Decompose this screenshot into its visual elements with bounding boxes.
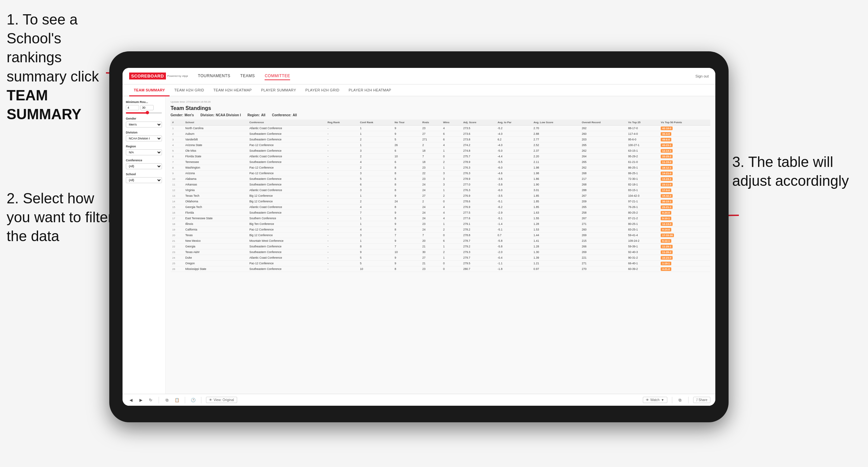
table-row: 17East Tennessee StateSouthern Conferenc… bbox=[170, 216, 710, 221]
filter-division-label: Division bbox=[126, 131, 162, 134]
table-title: Team Standings bbox=[170, 105, 710, 111]
table-row: 23Texas A&MSoutheastern Conference-91030… bbox=[170, 249, 710, 255]
logo: SCOREBOARD bbox=[129, 72, 166, 80]
nav-tournaments[interactable]: TOURNAMENTS bbox=[198, 72, 230, 80]
col-reg-rank: Reg Rank bbox=[326, 120, 358, 126]
subnav-player-h2h-heatmap[interactable]: PLAYER H2H HEATMAP bbox=[344, 85, 396, 96]
col-conference: Conference bbox=[248, 120, 326, 126]
table-row: 15Georgia TechAtlantic Coast Conference-… bbox=[170, 204, 710, 210]
share-button[interactable]: ⤴ Share bbox=[693, 397, 710, 403]
clock-icon[interactable]: 🕐 bbox=[190, 397, 196, 403]
filter-gender-label: Gender bbox=[126, 117, 162, 120]
reload-icon[interactable]: ↻ bbox=[147, 397, 154, 403]
col-overall-rec: Overall Record bbox=[580, 120, 627, 126]
filter-division-chip: Division: NCAA Division I bbox=[200, 113, 241, 117]
table-row: 7TennesseeSoutheastern Conference-461822… bbox=[170, 159, 710, 165]
view-icon: 👁 bbox=[209, 398, 212, 402]
filter-division-select[interactable]: NCAA Division I NCAA Division II NCAA Di… bbox=[126, 135, 162, 142]
forward-icon[interactable]: ▶ bbox=[137, 397, 144, 403]
table-row: 5Ole MissSoutheastern Conference-3618127… bbox=[170, 148, 710, 154]
filter-gender-select[interactable]: Men's Women's bbox=[126, 122, 162, 127]
nav-teams[interactable]: TEAMS bbox=[241, 72, 255, 80]
table-row: 10AlabamaSoutheastern Conference-5623327… bbox=[170, 176, 710, 182]
table-row: 3VanderbiltSoutheastern Conference-25271… bbox=[170, 137, 710, 143]
table-row: 18IllinoisBig Ten Conference-19231279.1-… bbox=[170, 221, 710, 227]
table-row: 20TexasBig 12 Conference-3770278.80.71.4… bbox=[170, 232, 710, 238]
table-row: 26Mississippi StateSoutheastern Conferen… bbox=[170, 266, 710, 272]
table-row: 11ArkansasSoutheastern Conference-682432… bbox=[170, 182, 710, 187]
instruction-step2: 2. Select how you want to filter the dat… bbox=[7, 189, 116, 246]
table-row: 9ArizonaPac-12 Conference-38223276.3-4.6… bbox=[170, 170, 710, 176]
filter-row-top: Gender: Men's Division: NCAA Division I … bbox=[170, 113, 710, 117]
table-row: 2AuburnSoutheastern Conference-19276273.… bbox=[170, 131, 710, 137]
table-row: 8WashingtonPac-12 Conference-28231276.3-… bbox=[170, 165, 710, 170]
filter-school-label: School bbox=[126, 173, 162, 176]
filter-max-input[interactable] bbox=[141, 105, 154, 110]
nav-bar: SCOREBOARD Powered by clippi TOURNAMENTS… bbox=[123, 68, 715, 85]
table-row: 14OklahomaBig 12 Conference-22420278.6-5… bbox=[170, 199, 710, 204]
nav-committee[interactable]: COMMITTEE bbox=[265, 72, 290, 80]
table-row: 19CaliforniaPac-12 Conference-48242278.2… bbox=[170, 227, 710, 232]
expand-icon[interactable]: ⧉ bbox=[677, 397, 684, 403]
table-row: 1North CarolinaAtlantic Coast Conference… bbox=[170, 126, 710, 131]
slider-track[interactable] bbox=[126, 112, 162, 114]
copy-icon[interactable]: ⧉ bbox=[164, 397, 170, 403]
filter-conference-chip: Conference: All bbox=[272, 113, 297, 117]
subnav-team-h2h-grid[interactable]: TEAM H2H GRID bbox=[169, 85, 209, 96]
table-row: 6Florida StateAtlantic Coast Conference-… bbox=[170, 154, 710, 159]
filter-conference-select[interactable]: (All) bbox=[126, 163, 162, 169]
slider-thumb[interactable] bbox=[146, 111, 149, 114]
table-row: 4Arizona StatePac-12 Conference-12624274… bbox=[170, 143, 710, 148]
col-vs-top50: Vs Top 50 Points bbox=[659, 120, 710, 126]
slider-fill bbox=[126, 112, 147, 114]
logo-sub: Powered by clippi bbox=[167, 74, 188, 77]
table-row: 25OregonPac-12 Conference-59210279.5-1.1… bbox=[170, 261, 710, 266]
filter-min-rou-label: Minimum Rou... bbox=[126, 100, 162, 104]
table-row: 24DukeAtlantic Coast Conference-59271279… bbox=[170, 255, 710, 261]
col-avg-low: Avg. Low Score bbox=[532, 120, 580, 126]
update-time: Update time: 27/03/2024 16:56:26 bbox=[170, 100, 710, 103]
subnav-player-h2h-grid[interactable]: PLAYER H2H GRID bbox=[301, 85, 344, 96]
col-adj-score: Adj. Score bbox=[462, 120, 496, 126]
table-row: 21New MexicoMountain West Conference-192… bbox=[170, 238, 710, 244]
col-school: School bbox=[184, 120, 248, 126]
filter-region-select[interactable]: N/A All bbox=[126, 149, 162, 155]
col-avg-par: Avg. to Par bbox=[496, 120, 532, 126]
back-icon[interactable]: ◀ bbox=[127, 397, 134, 403]
sign-out[interactable]: Sign out bbox=[695, 74, 709, 78]
instruction-step3: 3. The table will adjust accordingly bbox=[732, 152, 858, 190]
table-row: 22GeorgiaSoutheastern Conference-8721127… bbox=[170, 244, 710, 249]
filter-min-input[interactable] bbox=[126, 105, 139, 110]
sub-nav: TEAM SUMMARY TEAM H2H GRID TEAM H2H HEAT… bbox=[123, 85, 715, 96]
filters-sidebar: Minimum Rou... Gender Men's Women's Divi… bbox=[123, 96, 165, 394]
filter-conference-label: Conference bbox=[126, 159, 162, 162]
col-rank: # bbox=[170, 120, 184, 126]
share-icon: ⤴ bbox=[696, 398, 698, 402]
filter-region-label: Region bbox=[126, 145, 162, 148]
table-row: 13Texas TechBig 12 Conference-19272276.9… bbox=[170, 193, 710, 199]
content-area: Minimum Rou... Gender Men's Women's Divi… bbox=[123, 96, 715, 394]
logo-area: SCOREBOARD Powered by clippi bbox=[129, 72, 188, 80]
chevron-down-icon: ▼ bbox=[661, 398, 664, 402]
table-row: 12VirginiaAtlantic Coast Conference-3824… bbox=[170, 187, 710, 193]
col-conf-rank: Conf Rank bbox=[358, 120, 393, 126]
subnav-team-summary[interactable]: TEAM SUMMARY bbox=[129, 85, 169, 96]
table-row: 16FloridaSoutheastern Conference-7924427… bbox=[170, 210, 710, 216]
eye-icon: 👁 bbox=[646, 398, 649, 402]
subnav-team-h2h-heatmap[interactable]: TEAM H2H HEATMAP bbox=[209, 85, 256, 96]
col-rnds: Rnds bbox=[421, 120, 441, 126]
view-original-button[interactable]: 👁 View: Original bbox=[206, 397, 237, 403]
filter-region-chip: Region: All bbox=[247, 113, 265, 117]
filter-school-select[interactable]: (All) bbox=[126, 177, 162, 183]
watch-button[interactable]: 👁 Watch ▼ bbox=[643, 397, 667, 403]
standings-table: # School Conference Reg Rank Conf Rank N… bbox=[170, 120, 710, 272]
col-no-tour: No Tour bbox=[393, 120, 421, 126]
nav-items: TOURNAMENTS TEAMS COMMITTEE bbox=[198, 72, 695, 80]
tablet-screen: SCOREBOARD Powered by clippi TOURNAMENTS… bbox=[123, 68, 715, 406]
bottom-bar: ◀ ▶ ↻ ⧉ 📋 🕐 👁 View: Original 👁 Watch ▼ ⧉ bbox=[123, 394, 715, 406]
col-vs-top25: Vs Top 25 bbox=[627, 120, 659, 126]
tablet: SCOREBOARD Powered by clippi TOURNAMENTS… bbox=[109, 51, 728, 422]
col-wins: Wins bbox=[441, 120, 462, 126]
subnav-player-summary[interactable]: PLAYER SUMMARY bbox=[256, 85, 301, 96]
paste-icon[interactable]: 📋 bbox=[174, 397, 180, 403]
